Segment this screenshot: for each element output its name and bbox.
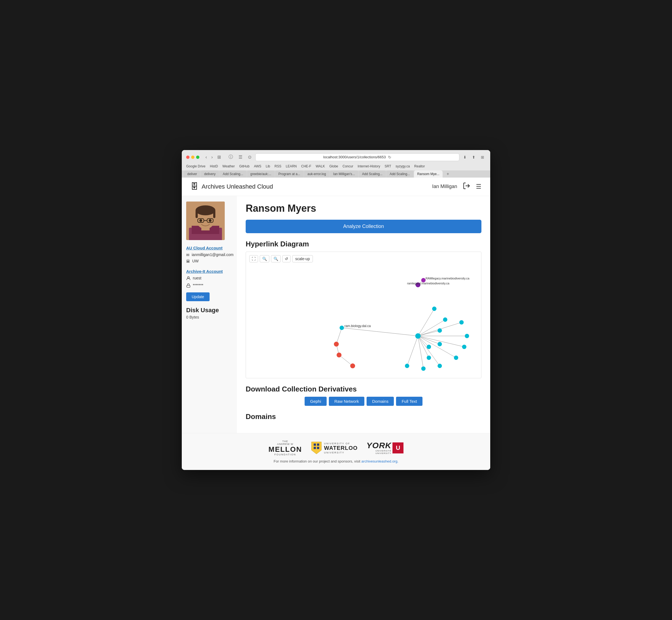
reader-view-button[interactable]: ⊞ (215, 154, 223, 160)
disk-usage-value: 0 Bytes (186, 315, 232, 319)
logout-button[interactable] (463, 182, 470, 191)
tab-program[interactable]: Program at a... (275, 170, 303, 177)
menu-button[interactable]: ☰ (476, 183, 481, 190)
tab-add-scaling-3[interactable]: Add Scaling... (386, 170, 414, 177)
toolbar-histd[interactable]: HistD (210, 164, 218, 168)
domains-button[interactable]: Domains (367, 397, 394, 406)
toolbar-aws[interactable]: AWS (254, 164, 261, 168)
institution-icon: 🏛 (186, 259, 190, 263)
traffic-lights (186, 156, 199, 159)
svg-point-41 (438, 364, 442, 368)
app-header: 🗄 Archives Unleashed Cloud Ian Milligan … (182, 177, 490, 196)
svg-point-44 (427, 345, 431, 349)
toolbar-realtor[interactable]: Realtor (414, 164, 425, 168)
tabs-row: deliver delivery Add Scaling... greebie/… (182, 170, 490, 177)
password-icon (186, 283, 191, 289)
tab-ransom-mye[interactable]: Ransom Mye... (414, 170, 443, 177)
svg-line-30 (336, 328, 342, 344)
toolbar-rss[interactable]: RSS (275, 164, 282, 168)
tab-ian-milligan[interactable]: Ian Milligan's... (330, 170, 358, 177)
tab-delivery[interactable]: delivery (201, 170, 219, 177)
svg-line-26 (418, 336, 440, 344)
scale-up-button[interactable]: scale-up (292, 255, 313, 262)
forward-button[interactable]: › (209, 154, 214, 160)
raw-network-button[interactable]: Raw Network (329, 397, 365, 406)
svg-point-50 (334, 342, 339, 347)
page-title: Ransom Myers (246, 203, 481, 214)
svg-line-21 (418, 336, 456, 358)
new-tab-button[interactable]: ⊞ (479, 154, 486, 160)
york-text: YORK UNIVERSITÉ UNIVERSITY (367, 441, 392, 455)
address-bar[interactable]: localhost:3000/users/1/collections/6653 … (255, 153, 460, 161)
diagram-toolbar: ⛶ 🔍 🔍 ↺ scale-up (249, 255, 478, 262)
tab-add-scaling-1[interactable]: Add Scaling... (220, 170, 246, 177)
email-value: ianmilligan1@gmail.com (192, 252, 234, 257)
new-tab-plus[interactable]: + (444, 170, 451, 177)
zoom-out-button[interactable]: 🔍 (260, 255, 269, 262)
bookmarks-toolbar: Google Drive HistD Weather GitHub AWS Li… (182, 163, 490, 170)
svg-text:RAMlegacy.marinebiodiversity.c: RAMlegacy.marinebiodiversity.ca (426, 276, 470, 280)
toolbar-googledrive[interactable]: Google Drive (186, 164, 205, 168)
toolbar-chef[interactable]: CHE-F (301, 164, 311, 168)
toolbar-walk[interactable]: WALK (316, 164, 325, 168)
svg-rect-15 (187, 285, 190, 287)
tab-greebie[interactable]: greebie/auk:... (247, 170, 275, 177)
camera-button[interactable]: ⊙ (246, 154, 253, 160)
svg-point-40 (454, 355, 458, 360)
svg-line-32 (339, 355, 352, 366)
archive-it-title[interactable]: Archive-It Account (186, 269, 232, 274)
nav-buttons: ‹ › ⊞ (204, 154, 223, 160)
minimize-button[interactable] (191, 156, 194, 159)
central-node: ram.biology.dal.ca RAMlegacy.marinebiodi… (334, 276, 470, 371)
user-name: Ian Milligan (432, 184, 457, 190)
footer-link[interactable]: archivesunleashed.org. (361, 459, 398, 463)
network-diagram: ram.biology.dal.ca RAMlegacy.marinebiodi… (249, 265, 478, 375)
reader-button[interactable]: ☰ (237, 154, 244, 160)
password-field: ******* (186, 283, 232, 289)
back-button[interactable]: ‹ (204, 154, 208, 160)
svg-point-47 (438, 328, 442, 332)
tab-auk-error[interactable]: auk-error.log (304, 170, 329, 177)
close-button[interactable] (186, 156, 189, 159)
toolbar-syzygy[interactable]: syzygy.ca (395, 164, 410, 168)
svg-rect-57 (314, 444, 316, 446)
waterloo-logo: UNIVERSITY OF WATERLOO UNIVERSITY (311, 441, 358, 455)
toolbar-srt[interactable]: SRT (384, 164, 391, 168)
maximize-button[interactable] (196, 156, 199, 159)
svg-rect-59 (314, 447, 316, 449)
email-icon: ✉ (186, 253, 189, 257)
mellon-logo: THEANDREW W MELLON FOUNDATION (269, 440, 302, 456)
update-button[interactable]: Update (186, 292, 209, 301)
toolbar-weather[interactable]: Weather (222, 164, 235, 168)
full-text-button[interactable]: Full Text (396, 397, 423, 406)
sponsor-logos: THEANDREW W MELLON FOUNDATION UNIVERSITY… (188, 440, 484, 456)
info-button[interactable]: ⓘ (227, 154, 235, 160)
tab-deliver[interactable]: deliver (184, 170, 200, 177)
toolbar-concur[interactable]: Concur (343, 164, 353, 168)
main-content: Ransom Myers Analyze Collection Hyperlin… (237, 196, 490, 433)
institution-value: UW (192, 259, 199, 263)
hyperlink-diagram-container: ⛶ 🔍 🔍 ↺ scale-up (246, 252, 481, 378)
expand-button[interactable]: ⛶ (249, 255, 258, 262)
au-cloud-account-title[interactable]: AU Cloud Account (186, 246, 232, 250)
toolbar-learn[interactable]: LEARN (286, 164, 297, 168)
york-sub1: UNIVERSITÉ (367, 450, 392, 452)
email-field: ✉ ianmilligan1@gmail.com (186, 252, 232, 257)
svg-line-17 (418, 320, 445, 336)
share-button[interactable]: ⬆ (470, 154, 477, 160)
gephi-button[interactable]: Gephi (304, 397, 327, 406)
reset-button[interactable]: ↺ (282, 255, 291, 262)
zoom-in-button[interactable]: 🔍 (271, 255, 281, 262)
analyze-collection-button[interactable]: Analyze Collection (246, 220, 481, 233)
toolbar-lib[interactable]: Lib (266, 164, 270, 168)
toolbar-globe[interactable]: Globe (329, 164, 338, 168)
toolbar-internet-history[interactable]: Internet-History (357, 164, 380, 168)
browser-window: ‹ › ⊞ ⓘ ☰ ⊙ localhost:3000/users/1/colle… (182, 150, 490, 470)
download-button[interactable]: ⬇ (462, 154, 468, 160)
svg-point-45 (438, 342, 442, 346)
refresh-button[interactable]: ↻ (388, 155, 391, 159)
svg-point-13 (209, 219, 211, 222)
tab-add-scaling-2[interactable]: Add Scaling... (359, 170, 386, 177)
toolbar-github[interactable]: GitHub (239, 164, 249, 168)
download-section: Download Collection Derivatives Gephi Ra… (246, 385, 481, 406)
